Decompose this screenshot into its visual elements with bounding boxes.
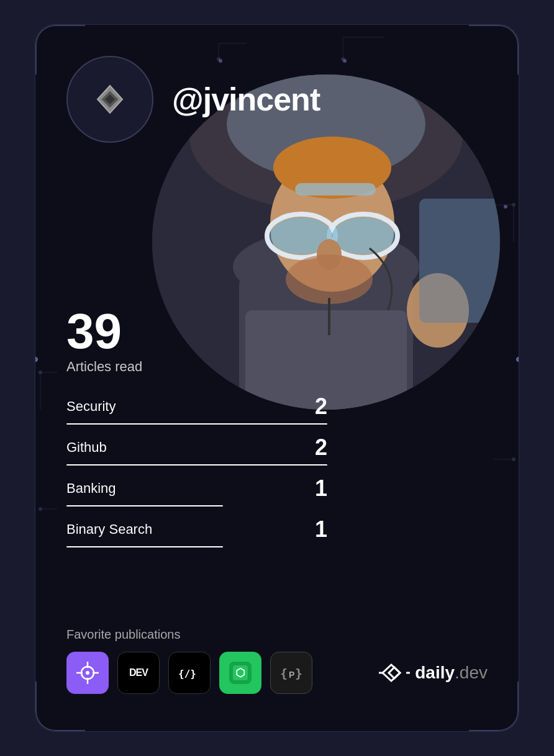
tag-row-security: Security 2 bbox=[66, 394, 327, 425]
tag-count-github: 2 bbox=[315, 434, 327, 461]
daily-dev-logo: daily.dev bbox=[379, 662, 488, 683]
pub-icon-freecodecamp[interactable]: {/} bbox=[168, 652, 211, 694]
publications-label: Favorite publications bbox=[66, 628, 488, 642]
tag-bar-security bbox=[66, 423, 327, 425]
pub-dev-label: DEV bbox=[129, 667, 148, 678]
articles-count: 39 bbox=[66, 307, 327, 356]
svg-point-33 bbox=[286, 254, 373, 304]
profile-card: @jvincent bbox=[35, 24, 519, 732]
stats-section: 39 Articles read Security 2 Github 2 bbox=[66, 307, 327, 557]
tag-name-github: Github bbox=[66, 439, 107, 456]
publications-section: Favorite publications DEV bbox=[66, 628, 488, 694]
tag-rows: Security 2 Github 2 Banking 1 bbox=[66, 394, 327, 547]
articles-label: Articles read bbox=[66, 359, 327, 375]
pub-icon-postman[interactable]: { P } bbox=[270, 652, 312, 694]
tag-name-security: Security bbox=[66, 398, 116, 415]
svg-point-10 bbox=[512, 457, 515, 461]
avatar-container bbox=[66, 56, 153, 143]
svg-point-29 bbox=[332, 217, 394, 254]
svg-text:⬡: ⬡ bbox=[235, 666, 245, 679]
tag-count-security: 2 bbox=[315, 394, 327, 420]
pub-icon-sourcegraph[interactable]: ⬡ bbox=[219, 652, 261, 694]
svg-rect-31 bbox=[295, 183, 376, 196]
tag-bar-binary-search bbox=[66, 546, 223, 547]
tag-bar-github bbox=[66, 464, 327, 466]
svg-text:P: P bbox=[289, 670, 294, 680]
tag-row-binary-search: Binary Search 1 bbox=[66, 516, 327, 547]
tag-count-banking: 1 bbox=[315, 475, 327, 502]
daily-dev-diamond-icon bbox=[91, 81, 129, 118]
tag-count-binary-search: 1 bbox=[315, 516, 327, 542]
tag-name-banking: Banking bbox=[66, 480, 116, 497]
publications-row: DEV {/} ⬡ { P bbox=[66, 652, 488, 694]
svg-point-43 bbox=[86, 671, 89, 675]
tag-bar-banking bbox=[66, 505, 223, 506]
username: @jvincent bbox=[172, 81, 320, 118]
tag-row-github: Github 2 bbox=[66, 434, 327, 466]
daily-dev-brand-name: daily.dev bbox=[415, 663, 488, 683]
profile-header: @jvincent bbox=[35, 25, 519, 155]
pub-icon-crosshair[interactable] bbox=[66, 652, 109, 694]
svg-text:}: } bbox=[295, 666, 302, 681]
svg-point-15 bbox=[39, 507, 42, 511]
svg-text:{/}: {/} bbox=[178, 668, 196, 680]
svg-text:{: { bbox=[280, 666, 288, 681]
tag-row-banking: Banking 1 bbox=[66, 475, 327, 506]
svg-rect-36 bbox=[419, 199, 500, 323]
tag-name-binary-search: Binary Search bbox=[66, 521, 152, 538]
pub-icon-dev[interactable]: DEV bbox=[117, 652, 160, 694]
